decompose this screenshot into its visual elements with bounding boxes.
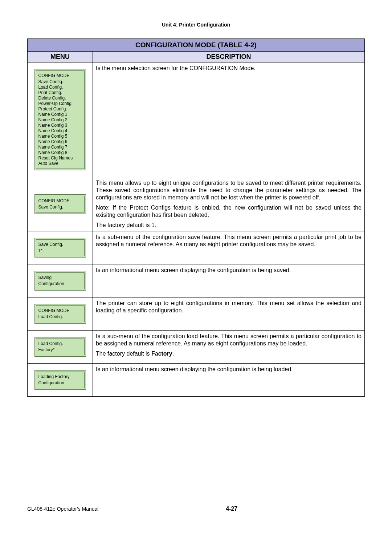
column-header-description: DESCRIPTION (93, 52, 365, 62)
lcd-inner: Save Config.1* (36, 239, 85, 256)
lcd-line: Configuration (38, 380, 82, 386)
lcd-inner: CONFIG MODELoad Config. (36, 305, 85, 322)
lcd-screen: CONFIG MODESave Config. (34, 194, 86, 214)
lcd-title: CONFIG MODE (38, 198, 82, 204)
menu-cell: SavingConfiguration (28, 264, 93, 297)
description-paragraph: Is an informational menu screen displayi… (96, 267, 362, 274)
footer-left: GL408-412e Operator's Manual (27, 506, 98, 512)
description-cell: The printer can store up to eight config… (93, 297, 365, 331)
lcd-line: Protect Config. (38, 106, 82, 112)
description-paragraph: Note: If the Protect Configs feature is … (96, 204, 362, 219)
lcd-title: Load Config. (38, 341, 82, 347)
lcd-line: Name Config 2 (38, 117, 82, 123)
menu-cell: CONFIG MODESave Config.Load Config.Print… (28, 62, 93, 177)
lcd-inner: Loading FactoryConfiguration (36, 372, 85, 388)
menu-cell: Load Config.Factory* (28, 331, 93, 364)
description-cell: Is a sub-menu of the configuration save … (93, 231, 365, 264)
table-row: CONFIG MODESave Config.Load Config.Print… (28, 62, 365, 177)
lcd-line: Name Config 6 (38, 139, 82, 145)
lcd-inner: CONFIG MODESave Config.Load Config.Print… (36, 70, 85, 169)
lcd-inner: SavingConfiguration (36, 272, 85, 289)
lcd-title: Loading Factory (38, 374, 82, 380)
lcd-title: Save Config. (38, 242, 82, 247)
table-row: CONFIG MODESave Config.This menu allows … (28, 177, 365, 231)
unit-header: Unit 4: Printer Configuration (27, 22, 365, 28)
description-paragraph: The printer can store up to eight config… (96, 300, 362, 314)
description-cell: This menu allows up to eight unique conf… (93, 177, 365, 231)
lcd-line: Print Config. (38, 90, 82, 96)
lcd-screen: Load Config.Factory* (34, 337, 86, 357)
lcd-screen: SavingConfiguration (34, 271, 86, 291)
description-cell: Is the menu selection screen for the CON… (93, 62, 365, 177)
lcd-title: CONFIG MODE (38, 73, 82, 78)
lcd-screen: Save Config.1* (34, 238, 86, 258)
lcd-inner: Load Config.Factory* (36, 339, 85, 355)
menu-cell: Save Config.1* (28, 231, 93, 264)
description-paragraph: Is the menu selection screen for the CON… (96, 65, 362, 72)
description-paragraph: Is a sub-menu of the configuration save … (96, 234, 362, 248)
lcd-line: Name Config 4 (38, 128, 82, 134)
table-row: SavingConfigurationIs an informational m… (28, 264, 365, 297)
description-paragraph: Is an informational menu screen displayi… (96, 366, 362, 373)
lcd-title: Saving (38, 275, 82, 280)
table-title: CONFIGURATION MODE (TABLE 4-2) (28, 39, 365, 52)
description-paragraph: This menu allows up to eight unique conf… (96, 179, 362, 201)
page-footer: GL408-412e Operator's Manual 4-27 (27, 506, 365, 512)
lcd-line: Name Config 1 (38, 112, 82, 117)
lcd-line: Delete Config. (38, 96, 82, 101)
lcd-line: Name Config 8 (38, 150, 82, 155)
lcd-line: Factory* (38, 347, 82, 353)
description-cell: Is an informational menu screen displayi… (93, 364, 365, 397)
lcd-line: Configuration (38, 281, 82, 287)
lcd-line: Name Config 5 (38, 134, 82, 139)
table-row: Load Config.Factory*Is a sub-menu of the… (28, 331, 365, 364)
lcd-line: Save Config. (38, 204, 82, 210)
lcd-line: Name Config 3 (38, 123, 82, 128)
footer-page-number: 4-27 (226, 506, 237, 512)
lcd-line: Name Config 7 (38, 145, 82, 150)
lcd-screen: CONFIG MODESave Config.Load Config.Print… (34, 69, 86, 170)
menu-cell: CONFIG MODESave Config. (28, 177, 93, 231)
lcd-line: 1* (38, 248, 82, 254)
lcd-line: Power-Up Config. (38, 101, 82, 106)
menu-cell: Loading FactoryConfiguration (28, 364, 93, 397)
description-paragraph: The factory default is Factory. (96, 350, 362, 357)
config-mode-table: CONFIGURATION MODE (TABLE 4-2) MENU DESC… (27, 39, 365, 397)
description-cell: Is a sub-menu of the configuration load … (93, 331, 365, 364)
lcd-line: Reset Cfg Names (38, 155, 82, 161)
lcd-screen: CONFIG MODELoad Config. (34, 304, 86, 324)
lcd-inner: CONFIG MODESave Config. (36, 196, 85, 212)
table-row: Loading FactoryConfigurationIs an inform… (28, 364, 365, 397)
table-row: CONFIG MODELoad Config.The printer can s… (28, 297, 365, 331)
menu-cell: CONFIG MODELoad Config. (28, 297, 93, 331)
column-header-menu: MENU (28, 52, 93, 62)
description-cell: Is an informational menu screen displayi… (93, 264, 365, 297)
lcd-line: Auto Save (38, 161, 82, 166)
description-paragraph: Is a sub-menu of the configuration load … (96, 333, 362, 347)
lcd-title: CONFIG MODE (38, 308, 82, 313)
lcd-line: Load Config. (38, 85, 82, 90)
lcd-line: Save Config. (38, 79, 82, 85)
lcd-screen: Loading FactoryConfiguration (34, 370, 86, 390)
description-paragraph: The factory default is 1. (96, 222, 362, 229)
lcd-line: Load Config. (38, 314, 82, 320)
table-row: Save Config.1*Is a sub-menu of the confi… (28, 231, 365, 264)
